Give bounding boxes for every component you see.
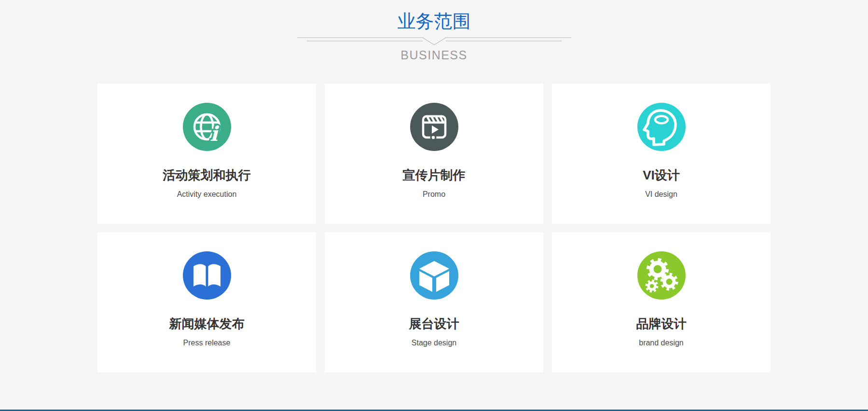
gears-icon <box>637 251 686 300</box>
service-title-en: brand design <box>552 339 771 347</box>
service-title-zh: VI设计 <box>552 167 771 184</box>
service-title-en: Promo <box>325 190 543 199</box>
page-title: 业务范围 <box>0 11 868 33</box>
cube-icon <box>410 251 458 300</box>
service-card-promo[interactable]: 宣传片制作 Promo <box>325 83 543 224</box>
business-section-header: 业务范围 BUSINESS <box>0 0 868 62</box>
service-title-zh: 品牌设计 <box>552 315 771 332</box>
services-grid: i 活动策划和执行 Activity execution 宣传片制作 Promo <box>97 83 771 372</box>
service-card-vi-design[interactable]: VI设计 VI design <box>552 83 771 224</box>
service-title-zh: 宣传片制作 <box>325 167 543 184</box>
open-book-icon <box>183 251 231 300</box>
section-subtitle: BUSINESS <box>0 48 868 62</box>
service-title-zh: 展台设计 <box>325 315 543 332</box>
service-card-activity-execution[interactable]: i 活动策划和执行 Activity execution <box>97 83 316 224</box>
service-card-brand-design[interactable]: 品牌设计 brand design <box>552 232 771 372</box>
service-title-en: Activity execution <box>97 190 316 199</box>
service-card-press-release[interactable]: 新闻媒体发布 Press release <box>97 232 316 372</box>
globe-info-icon: i <box>183 103 231 151</box>
service-title-zh: 活动策划和执行 <box>97 167 316 184</box>
service-title-zh: 新闻媒体发布 <box>97 315 316 332</box>
head-profile-icon <box>637 103 686 151</box>
service-title-en: VI design <box>552 190 771 199</box>
service-title-en: Press release <box>97 339 316 347</box>
service-title-en: Stage design <box>325 339 543 347</box>
service-card-stage-design[interactable]: 展台设计 Stage design <box>325 232 543 372</box>
divider-chevron-line <box>296 35 572 46</box>
clapperboard-play-icon <box>410 103 458 151</box>
